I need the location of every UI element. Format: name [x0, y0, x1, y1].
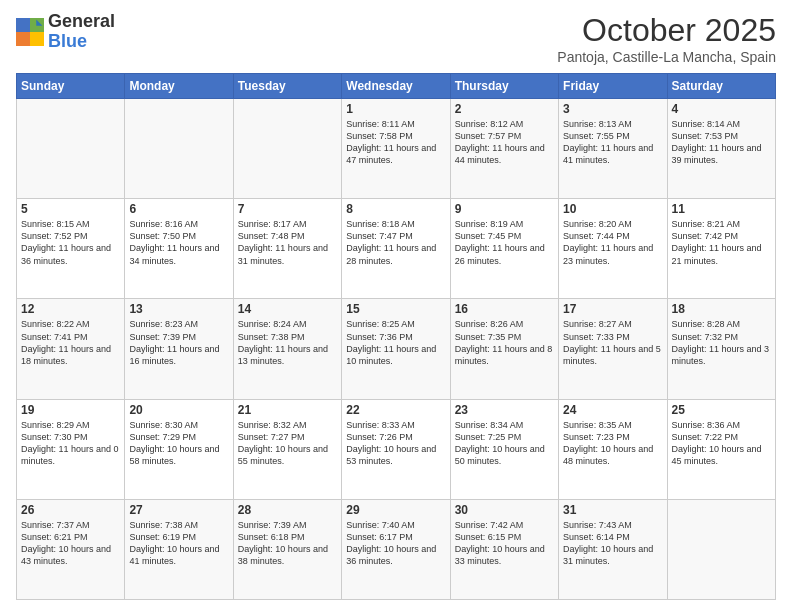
- weekday-header-tuesday: Tuesday: [233, 74, 341, 99]
- calendar-week-4: 19Sunrise: 8:29 AM Sunset: 7:30 PM Dayli…: [17, 399, 776, 499]
- calendar-cell: 11Sunrise: 8:21 AM Sunset: 7:42 PM Dayli…: [667, 199, 775, 299]
- calendar-cell: 24Sunrise: 8:35 AM Sunset: 7:23 PM Dayli…: [559, 399, 667, 499]
- day-number: 25: [672, 403, 771, 417]
- day-number: 3: [563, 102, 662, 116]
- day-info: Sunrise: 8:14 AM Sunset: 7:53 PM Dayligh…: [672, 118, 771, 167]
- day-number: 13: [129, 302, 228, 316]
- day-info: Sunrise: 8:21 AM Sunset: 7:42 PM Dayligh…: [672, 218, 771, 267]
- day-info: Sunrise: 7:37 AM Sunset: 6:21 PM Dayligh…: [21, 519, 120, 568]
- day-number: 7: [238, 202, 337, 216]
- calendar-week-3: 12Sunrise: 8:22 AM Sunset: 7:41 PM Dayli…: [17, 299, 776, 399]
- day-number: 1: [346, 102, 445, 116]
- calendar-cell: 30Sunrise: 7:42 AM Sunset: 6:15 PM Dayli…: [450, 499, 558, 599]
- day-info: Sunrise: 8:34 AM Sunset: 7:25 PM Dayligh…: [455, 419, 554, 468]
- calendar-cell: 2Sunrise: 8:12 AM Sunset: 7:57 PM Daylig…: [450, 99, 558, 199]
- calendar-cell: 15Sunrise: 8:25 AM Sunset: 7:36 PM Dayli…: [342, 299, 450, 399]
- day-info: Sunrise: 7:40 AM Sunset: 6:17 PM Dayligh…: [346, 519, 445, 568]
- calendar-cell: 5Sunrise: 8:15 AM Sunset: 7:52 PM Daylig…: [17, 199, 125, 299]
- calendar-cell: 13Sunrise: 8:23 AM Sunset: 7:39 PM Dayli…: [125, 299, 233, 399]
- day-info: Sunrise: 8:17 AM Sunset: 7:48 PM Dayligh…: [238, 218, 337, 267]
- calendar-week-2: 5Sunrise: 8:15 AM Sunset: 7:52 PM Daylig…: [17, 199, 776, 299]
- day-number: 19: [21, 403, 120, 417]
- day-info: Sunrise: 8:15 AM Sunset: 7:52 PM Dayligh…: [21, 218, 120, 267]
- month-title: October 2025: [557, 12, 776, 49]
- day-number: 26: [21, 503, 120, 517]
- day-number: 10: [563, 202, 662, 216]
- logo-general: General: [48, 11, 115, 31]
- day-info: Sunrise: 8:26 AM Sunset: 7:35 PM Dayligh…: [455, 318, 554, 367]
- day-number: 6: [129, 202, 228, 216]
- weekday-header-monday: Monday: [125, 74, 233, 99]
- day-number: 4: [672, 102, 771, 116]
- calendar-cell: 14Sunrise: 8:24 AM Sunset: 7:38 PM Dayli…: [233, 299, 341, 399]
- day-number: 15: [346, 302, 445, 316]
- day-info: Sunrise: 8:28 AM Sunset: 7:32 PM Dayligh…: [672, 318, 771, 367]
- header-right: October 2025 Pantoja, Castille-La Mancha…: [557, 12, 776, 65]
- logo-icon: [16, 18, 44, 46]
- day-number: 11: [672, 202, 771, 216]
- calendar-cell: 17Sunrise: 8:27 AM Sunset: 7:33 PM Dayli…: [559, 299, 667, 399]
- calendar-cell: 1Sunrise: 8:11 AM Sunset: 7:58 PM Daylig…: [342, 99, 450, 199]
- day-info: Sunrise: 7:38 AM Sunset: 6:19 PM Dayligh…: [129, 519, 228, 568]
- svg-rect-2: [16, 32, 30, 46]
- logo-blue: Blue: [48, 31, 87, 51]
- calendar-cell: 3Sunrise: 8:13 AM Sunset: 7:55 PM Daylig…: [559, 99, 667, 199]
- day-info: Sunrise: 8:12 AM Sunset: 7:57 PM Dayligh…: [455, 118, 554, 167]
- calendar-cell: 22Sunrise: 8:33 AM Sunset: 7:26 PM Dayli…: [342, 399, 450, 499]
- day-info: Sunrise: 8:24 AM Sunset: 7:38 PM Dayligh…: [238, 318, 337, 367]
- svg-rect-0: [16, 18, 30, 32]
- calendar-body: 1Sunrise: 8:11 AM Sunset: 7:58 PM Daylig…: [17, 99, 776, 600]
- day-info: Sunrise: 8:23 AM Sunset: 7:39 PM Dayligh…: [129, 318, 228, 367]
- calendar-week-1: 1Sunrise: 8:11 AM Sunset: 7:58 PM Daylig…: [17, 99, 776, 199]
- day-info: Sunrise: 8:30 AM Sunset: 7:29 PM Dayligh…: [129, 419, 228, 468]
- calendar-cell: 20Sunrise: 8:30 AM Sunset: 7:29 PM Dayli…: [125, 399, 233, 499]
- day-info: Sunrise: 8:11 AM Sunset: 7:58 PM Dayligh…: [346, 118, 445, 167]
- calendar-cell: 8Sunrise: 8:18 AM Sunset: 7:47 PM Daylig…: [342, 199, 450, 299]
- calendar-cell: 23Sunrise: 8:34 AM Sunset: 7:25 PM Dayli…: [450, 399, 558, 499]
- day-info: Sunrise: 8:13 AM Sunset: 7:55 PM Dayligh…: [563, 118, 662, 167]
- calendar-cell: 10Sunrise: 8:20 AM Sunset: 7:44 PM Dayli…: [559, 199, 667, 299]
- day-info: Sunrise: 8:29 AM Sunset: 7:30 PM Dayligh…: [21, 419, 120, 468]
- calendar-page: General Blue October 2025 Pantoja, Casti…: [0, 0, 792, 612]
- day-number: 31: [563, 503, 662, 517]
- calendar-cell: 27Sunrise: 7:38 AM Sunset: 6:19 PM Dayli…: [125, 499, 233, 599]
- calendar-cell: 6Sunrise: 8:16 AM Sunset: 7:50 PM Daylig…: [125, 199, 233, 299]
- day-number: 24: [563, 403, 662, 417]
- day-info: Sunrise: 8:35 AM Sunset: 7:23 PM Dayligh…: [563, 419, 662, 468]
- day-info: Sunrise: 8:33 AM Sunset: 7:26 PM Dayligh…: [346, 419, 445, 468]
- logo-text: General Blue: [48, 12, 115, 52]
- day-number: 23: [455, 403, 554, 417]
- day-info: Sunrise: 8:22 AM Sunset: 7:41 PM Dayligh…: [21, 318, 120, 367]
- calendar-cell: 28Sunrise: 7:39 AM Sunset: 6:18 PM Dayli…: [233, 499, 341, 599]
- day-number: 20: [129, 403, 228, 417]
- day-info: Sunrise: 7:43 AM Sunset: 6:14 PM Dayligh…: [563, 519, 662, 568]
- logo: General Blue: [16, 12, 115, 52]
- day-info: Sunrise: 8:27 AM Sunset: 7:33 PM Dayligh…: [563, 318, 662, 367]
- weekday-header-wednesday: Wednesday: [342, 74, 450, 99]
- weekday-header-saturday: Saturday: [667, 74, 775, 99]
- calendar-cell: 31Sunrise: 7:43 AM Sunset: 6:14 PM Dayli…: [559, 499, 667, 599]
- calendar-header: SundayMondayTuesdayWednesdayThursdayFrid…: [17, 74, 776, 99]
- day-info: Sunrise: 8:20 AM Sunset: 7:44 PM Dayligh…: [563, 218, 662, 267]
- day-number: 14: [238, 302, 337, 316]
- page-header: General Blue October 2025 Pantoja, Casti…: [16, 12, 776, 65]
- day-info: Sunrise: 8:19 AM Sunset: 7:45 PM Dayligh…: [455, 218, 554, 267]
- day-number: 12: [21, 302, 120, 316]
- calendar-cell: 4Sunrise: 8:14 AM Sunset: 7:53 PM Daylig…: [667, 99, 775, 199]
- calendar-cell: 7Sunrise: 8:17 AM Sunset: 7:48 PM Daylig…: [233, 199, 341, 299]
- calendar-cell: 16Sunrise: 8:26 AM Sunset: 7:35 PM Dayli…: [450, 299, 558, 399]
- calendar-week-5: 26Sunrise: 7:37 AM Sunset: 6:21 PM Dayli…: [17, 499, 776, 599]
- calendar-cell: 29Sunrise: 7:40 AM Sunset: 6:17 PM Dayli…: [342, 499, 450, 599]
- day-info: Sunrise: 8:32 AM Sunset: 7:27 PM Dayligh…: [238, 419, 337, 468]
- day-number: 8: [346, 202, 445, 216]
- calendar-cell: 19Sunrise: 8:29 AM Sunset: 7:30 PM Dayli…: [17, 399, 125, 499]
- day-number: 21: [238, 403, 337, 417]
- day-info: Sunrise: 8:36 AM Sunset: 7:22 PM Dayligh…: [672, 419, 771, 468]
- calendar-cell: 9Sunrise: 8:19 AM Sunset: 7:45 PM Daylig…: [450, 199, 558, 299]
- day-number: 29: [346, 503, 445, 517]
- day-info: Sunrise: 8:25 AM Sunset: 7:36 PM Dayligh…: [346, 318, 445, 367]
- calendar-cell: [17, 99, 125, 199]
- weekday-header-friday: Friday: [559, 74, 667, 99]
- day-number: 22: [346, 403, 445, 417]
- calendar-cell: 26Sunrise: 7:37 AM Sunset: 6:21 PM Dayli…: [17, 499, 125, 599]
